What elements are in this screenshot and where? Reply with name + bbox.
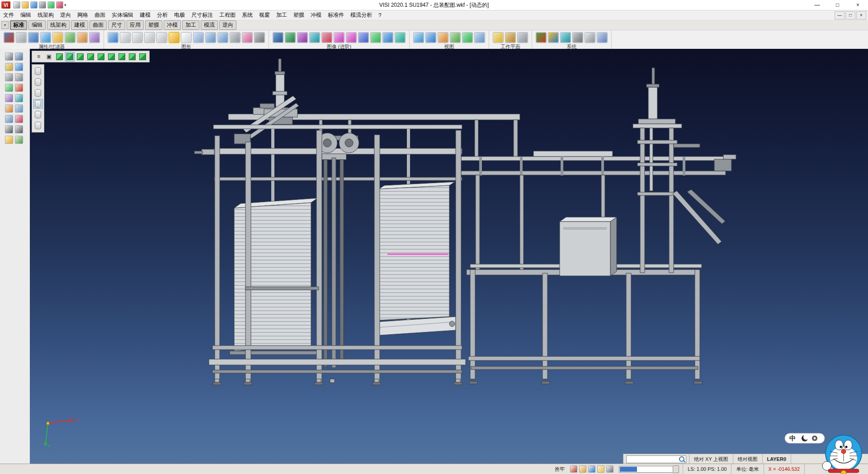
zoom-window-icon[interactable] (425, 32, 436, 43)
sheet-set-icon[interactable] (193, 32, 204, 43)
color-table-icon[interactable] (242, 32, 253, 43)
plugin-icon[interactable] (597, 32, 608, 43)
grid-settings-icon[interactable] (572, 32, 583, 43)
history-list-icon[interactable] (33, 110, 43, 119)
progress-expand-icon[interactable] (673, 465, 679, 473)
menu-item[interactable]: 编辑 (17, 10, 34, 20)
menu-item[interactable]: 分析 (154, 10, 171, 20)
graphics-settings-icon[interactable] (254, 32, 265, 43)
active-layer-indicator[interactable]: LAYER0 (762, 454, 791, 464)
group-box-icon[interactable] (217, 32, 228, 43)
select-arrow-icon[interactable] (5, 52, 13, 61)
menu-item[interactable]: 逆向 (57, 10, 74, 20)
mirror-icon[interactable] (15, 84, 23, 92)
wireframe-sphere-icon[interactable] (382, 32, 393, 43)
stack-order-icon[interactable] (230, 32, 241, 43)
ortho-icon[interactable] (588, 465, 595, 473)
menu-item[interactable]: 建模 (137, 10, 154, 20)
entity-info-icon[interactable] (205, 32, 216, 43)
workplane-icon[interactable] (493, 32, 504, 43)
refresh-view-icon[interactable] (462, 32, 473, 43)
menu-item[interactable]: 网格 (74, 10, 91, 20)
toolbar-tab[interactable]: 应用 (127, 20, 144, 30)
menu-item[interactable]: 尺寸标注 (188, 10, 216, 20)
viewport-canvas[interactable]: ≡ ▣ X Y (30, 49, 868, 464)
move-icon[interactable] (5, 73, 13, 81)
grid-snap-icon[interactable] (579, 465, 586, 473)
toolbar-tab[interactable]: 加工 (182, 20, 199, 30)
redo-icon[interactable] (56, 1, 63, 9)
view-mode-indicator[interactable]: 绝对 XY 上视图 (689, 454, 733, 464)
open-document-icon[interactable] (22, 1, 29, 9)
menu-item[interactable]: 塑膜 (290, 10, 307, 20)
menu-item[interactable]: 曲面 (91, 10, 108, 20)
snap-mode-label[interactable]: 拴牢 (551, 466, 568, 473)
shaded-sphere-icon[interactable] (370, 32, 381, 43)
texture-icon[interactable] (297, 32, 308, 43)
measure-icon[interactable] (5, 125, 13, 133)
new-sheet-icon[interactable] (181, 32, 192, 43)
copy-icon[interactable] (15, 73, 23, 81)
toolbar-tab[interactable]: 模流 (201, 20, 218, 30)
filter-list-icon[interactable] (33, 99, 43, 109)
material-icon[interactable] (285, 32, 296, 43)
window-layout-icon[interactable] (536, 32, 547, 43)
edit-filter-icon[interactable] (77, 32, 88, 43)
toolbar-tab[interactable]: 标准 (10, 20, 27, 30)
toolbar-tab[interactable]: 尺寸 (108, 20, 125, 30)
layer-roll-2-icon[interactable] (132, 32, 143, 43)
absolute-view-indicator[interactable]: 绝对视图 (733, 454, 762, 464)
fillet-icon[interactable] (15, 104, 23, 113)
front-view-icon[interactable] (86, 52, 95, 62)
customize-toolbar-arrow-icon[interactable]: ▾ (64, 3, 66, 7)
chamfer-icon[interactable] (5, 115, 13, 123)
view-list-icon[interactable]: ≡ (34, 52, 43, 62)
menu-item[interactable]: 加工 (273, 10, 290, 20)
toolbar-dropdown-icon[interactable]: ▾ (1, 21, 9, 29)
hide-entities-icon[interactable] (358, 32, 369, 43)
erase-icon[interactable] (15, 115, 23, 123)
selection-filter-icon[interactable] (65, 32, 75, 43)
close-button[interactable]: × (848, 0, 868, 10)
menu-item[interactable]: 系统 (239, 10, 256, 20)
snapshot-icon[interactable] (321, 32, 332, 43)
attribute-filter-icon[interactable] (52, 32, 63, 43)
selection-lock-icon[interactable] (570, 465, 577, 473)
entity-list-icon[interactable] (33, 66, 43, 76)
layer-stack-icon[interactable] (33, 77, 43, 87)
menu-item[interactable]: 标准件 (325, 10, 347, 20)
menu-item[interactable]: 实体编辑 (108, 10, 137, 20)
toolbar-tab[interactable]: 塑膜 (145, 20, 162, 30)
menu-item[interactable]: ? (375, 11, 385, 19)
layer-roll-1-icon[interactable] (120, 32, 131, 43)
modify-attributes-icon[interactable] (4, 32, 14, 43)
group-list-icon[interactable] (33, 88, 43, 98)
pan-view-icon[interactable] (450, 32, 461, 43)
environment-icon[interactable] (309, 32, 320, 43)
menu-item[interactable]: 视窗 (256, 10, 273, 20)
mdi-restore-icon[interactable]: □ (845, 11, 855, 19)
rotate-icon[interactable] (5, 84, 13, 92)
save-document-icon[interactable] (30, 1, 38, 9)
top-view-icon[interactable] (65, 52, 75, 62)
layer-roll-4-icon[interactable] (156, 32, 167, 43)
zoom-extents-icon[interactable] (413, 32, 424, 43)
maximize-button[interactable]: □ (827, 0, 848, 10)
menu-item[interactable]: 文件 (0, 10, 17, 20)
hidden-line-sphere-icon[interactable] (395, 32, 406, 43)
properties-list-icon[interactable] (33, 121, 43, 130)
undo-icon[interactable] (47, 1, 55, 9)
redraw-icon[interactable] (108, 32, 118, 43)
trim-icon[interactable] (5, 94, 13, 102)
toolbar-tab[interactable]: 线架构 (47, 20, 70, 30)
menu-item[interactable]: 线架构 (34, 10, 57, 20)
quick-pick-icon[interactable] (5, 63, 13, 71)
iso-front-view-icon[interactable] (127, 52, 137, 62)
previous-view-icon[interactable] (474, 32, 485, 43)
view-window-icon[interactable]: ▣ (44, 52, 54, 62)
entity-snap-icon[interactable] (597, 465, 604, 473)
extend-icon[interactable] (15, 94, 23, 102)
pattern-icon[interactable] (585, 32, 595, 43)
axonometric-view-icon[interactable] (55, 52, 64, 62)
current-layer-icon[interactable] (169, 32, 179, 43)
